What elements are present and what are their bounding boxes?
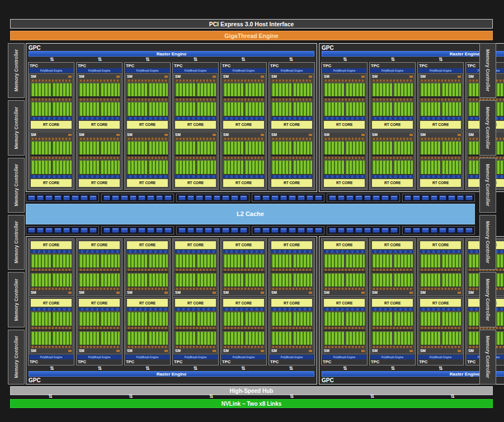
sm-header-chip	[68, 350, 72, 352]
tpc-arrows-row: ⇅⇅⇅⇅⇅⇅	[321, 365, 504, 371]
cuda-core-block	[345, 140, 365, 155]
sm-stack: SMRT CORESMRT CORE	[322, 240, 366, 355]
memory-interface-dash	[28, 228, 35, 233]
core-array-lower	[323, 160, 365, 174]
polymorph-engine-bar: PolyMorph Engine	[370, 68, 414, 73]
cuda-core-block	[148, 140, 168, 155]
texture-unit-bar	[30, 250, 72, 253]
updown-arrow-icon: ⇅	[343, 57, 347, 62]
memory-interface-dash-group	[176, 194, 249, 202]
sm-block: SMRT CORE	[418, 132, 463, 189]
sm-label: SM	[372, 290, 378, 295]
cuda-core-block	[244, 101, 265, 116]
rt-core-label: RT CORE	[336, 181, 352, 185]
memory-controller-label: Memory Controller	[13, 164, 19, 207]
warp-scheduler-bar	[126, 327, 168, 329]
sm-header: SM	[223, 349, 265, 353]
sm-label: SM	[175, 133, 181, 137]
sm-stack: SMRT CORESMRT CORE	[77, 240, 121, 355]
cuda-core-block	[31, 254, 51, 268]
updown-arrow-icon: ⇅	[145, 366, 150, 371]
cuda-core-block	[223, 160, 243, 174]
texture-unit-bar	[420, 175, 461, 178]
rt-core-label: RT CORE	[43, 123, 59, 126]
register-file-divider	[371, 97, 413, 98]
updown-arrow-icon: ⇅	[450, 394, 455, 399]
polymorph-engine-label: PolyMorph Engine	[40, 356, 63, 359]
memory-interface-dash-group	[327, 194, 400, 202]
updown-arrow-icon: ⇅	[209, 394, 214, 399]
warp-scheduler-bar	[30, 288, 72, 290]
core-array-lower	[420, 160, 461, 174]
cuda-core-block	[324, 273, 344, 287]
polymorph-engine-bar: PolyMorph Engine	[125, 355, 169, 359]
texture-unit-bar	[323, 175, 365, 178]
memory-interface-dash	[439, 228, 446, 233]
memory-interface-dash	[121, 228, 128, 233]
sm-header-chip	[409, 76, 413, 78]
rt-core: RT CORE	[223, 241, 264, 249]
sm-label: SM	[31, 290, 36, 295]
gigathread-engine-bar: GigaThread Engine	[10, 31, 493, 40]
warp-scheduler-bar	[323, 99, 365, 101]
texture-unit-bar	[371, 308, 413, 311]
rt-core: RT CORE	[223, 121, 264, 129]
memory-interface-dash	[448, 195, 455, 200]
core-array-upper	[223, 273, 265, 287]
cuda-core-block	[345, 82, 365, 97]
memory-controller-box: Memory Controller	[8, 330, 25, 385]
cuda-core-block	[244, 254, 265, 268]
cuda-core-block	[372, 140, 392, 155]
warp-scheduler-bar	[271, 327, 313, 329]
cuda-core-block	[271, 254, 291, 268]
memory-interface-dash	[240, 195, 247, 200]
cuda-core-block	[52, 273, 72, 287]
sm-header-chip	[164, 134, 168, 136]
sm-block: SMRT CORE	[77, 240, 121, 297]
sm-header-chip	[361, 134, 365, 136]
rt-core: RT CORE	[420, 121, 461, 129]
memory-controller-label: Memory Controller	[485, 221, 491, 264]
memory-interface-dash	[63, 228, 70, 233]
rt-core-label: RT CORE	[139, 301, 156, 305]
cuda-core-block	[196, 82, 216, 97]
polymorph-engine-bar: PolyMorph Engine	[125, 68, 169, 73]
cuda-core-block	[324, 331, 344, 345]
warp-scheduler-bar	[126, 99, 168, 101]
memory-interface-dash	[422, 228, 429, 233]
cuda-core-block	[441, 82, 461, 97]
sm-label: SM	[271, 349, 277, 353]
warp-scheduler-bar	[223, 157, 265, 159]
sm-block: SMRT CORE	[173, 73, 218, 130]
nvlink-label: NVLink – Two x8 Links	[222, 401, 282, 407]
memory-interface-dash	[72, 228, 79, 233]
sm-header: SM	[371, 290, 413, 295]
cuda-core-block	[420, 82, 440, 97]
core-array-upper	[371, 82, 413, 97]
rt-core: RT CORE	[175, 241, 216, 249]
updown-arrow-icon: ⇅	[194, 366, 198, 371]
rt-core: RT CORE	[31, 179, 72, 187]
polymorph-engine-bar: PolyMorph Engine	[222, 355, 266, 359]
updown-arrow-icon: ⇅	[289, 57, 294, 62]
cuda-core-block	[223, 273, 243, 287]
memory-interface-dash	[112, 228, 119, 233]
cuda-core-block	[441, 140, 461, 155]
sm-stack: SMRT CORESMRT CORE	[125, 240, 169, 355]
memory-interface-dash	[404, 195, 412, 200]
memory-interface-dash	[103, 195, 111, 200]
core-array-lower	[126, 160, 168, 174]
sm-block: SMRT CORE	[270, 132, 314, 189]
memory-interface-dash	[271, 195, 279, 200]
rt-core: RT CORE	[127, 241, 168, 249]
tpc-arrow-cell: ⇅	[76, 365, 124, 371]
sm-block: SMRT CORE	[125, 132, 169, 189]
cuda-core-block	[244, 160, 265, 174]
memory-interface-dash-group	[402, 226, 475, 235]
memory-controller-label: Memory Controller	[485, 107, 491, 149]
texture-unit-bar	[371, 175, 413, 178]
memory-interface-dash	[381, 195, 389, 200]
rt-core-label: RT CORE	[235, 243, 252, 247]
memory-controller-box: Memory Controller	[8, 272, 25, 327]
tpc-row: TPCPolyMorph EngineSMRT CORESMRT CORETPC…	[321, 62, 504, 190]
